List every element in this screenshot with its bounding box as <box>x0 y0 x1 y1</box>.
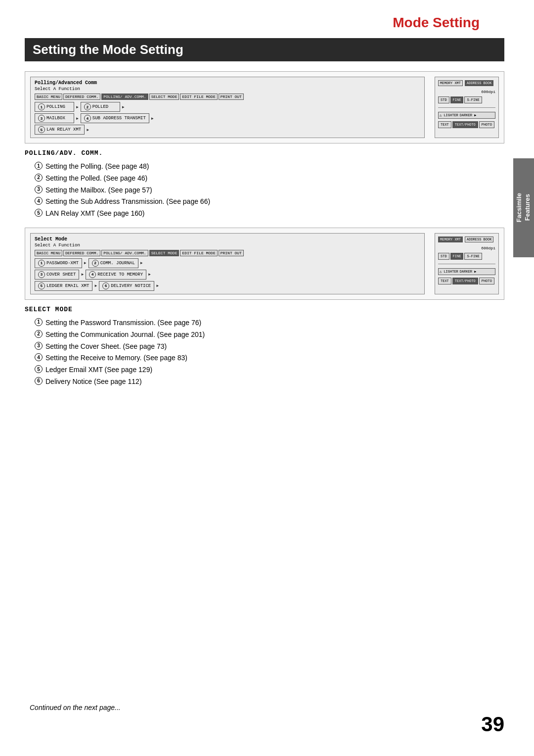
list-item-1-3: 3 Setting the Mailbox. (See page 57) <box>35 185 504 196</box>
list-text-1-3: Setting the Mailbox. (See page 57) <box>45 185 152 196</box>
res-sfine-2: S-FINE <box>464 253 482 260</box>
list-text-2-5: Ledger Email XMT (See page 129) <box>45 364 152 376</box>
diagram1-left-panel: Polling/Advanced Comm Select A Function … <box>30 77 425 138</box>
circle-1-2: 2 <box>35 174 43 182</box>
list-item-2-2: 2 Setting the Communication Journal. (Se… <box>35 329 504 341</box>
d2-tab-basic-menu: BASIC MENU <box>35 250 62 256</box>
section-heading: Setting the Mode Setting <box>25 38 504 61</box>
tab-print-out: PRINT OUT <box>219 94 244 100</box>
circle-1-3: 3 <box>35 186 43 193</box>
menu-item-delivery-notice: 6 DELIVERY NOTICE <box>99 281 154 291</box>
d2-num-5: 5 <box>38 283 45 289</box>
res-buttons-2: STD FINE S-FINE <box>438 253 495 260</box>
list-item-2-4: 4 Setting the Receive to Memory. (See pa… <box>35 352 504 364</box>
separator-2 <box>438 264 495 264</box>
menu-item-ledger-email: 5 LEDGER EMAIL XMT <box>35 281 92 291</box>
arrow-4: ► <box>151 116 154 121</box>
circle-1-4: 4 <box>35 197 43 205</box>
res-std-2: STD <box>438 253 449 260</box>
diagram2-subtitle: Select A Function <box>35 243 420 248</box>
menu-label-delivery-notice: DELIVERY NOTICE <box>111 284 151 288</box>
list-text-2-6: Delivery Notice (See page 112) <box>45 376 142 388</box>
btn-photo-2: PHOTO <box>479 278 494 284</box>
d2-arrow-1: ► <box>84 261 87 265</box>
darker-label-2: DARKER ▶ <box>460 270 477 274</box>
text-photo-row-1: TEXT TEXT/PHOTO PHOTO <box>438 121 495 128</box>
darker-label-1: DARKER ▶ <box>460 113 477 117</box>
memory-box: MEMORY XMT <box>438 80 463 86</box>
list-text-2-3: Setting the Cover Sheet. (See page 73) <box>45 341 167 353</box>
arrow-1: ► <box>76 105 79 109</box>
list-text-1-5: LAN Relay XMT (See page 160) <box>45 208 145 220</box>
d2-arrow-4: ► <box>148 272 151 277</box>
continued-text: Continued on the next page... <box>30 704 121 711</box>
diagram1-container: Polling/Advanced Comm Select A Function … <box>25 71 504 143</box>
page-number: 39 <box>481 712 504 736</box>
tab-select: SELECT MODE <box>149 94 179 100</box>
res-buttons-1: STD FINE S-FINE <box>438 96 495 103</box>
list-text-2-1: Setting the Password Transmission. (See … <box>45 317 201 329</box>
diagram2-right-panel: MEMORY XMT ADDRESS BOOK 600dpi STD FINE … <box>435 233 499 294</box>
list-text-1-1: Setting the Polling. (See page 48) <box>45 161 149 173</box>
list-item-1-5: 5 LAN Relay XMT (See page 160) <box>35 208 504 220</box>
d2-arrow-5: ► <box>94 284 97 288</box>
list-text-2-2: Setting the Communication Journal. (See … <box>45 329 205 341</box>
res-sfine-1: S-FINE <box>464 96 482 103</box>
diagram2-tabs: BASIC MENU DEFERRED COMM. POLLING/ ADV.C… <box>35 250 420 256</box>
menu-label-receive-memory: RECEIVE TO MEMORY <box>97 272 143 277</box>
menu-row-3: 5 LAN RELAY XMT ► <box>35 125 420 135</box>
separator-1 <box>438 107 495 108</box>
list-text-2-4: Setting the Receive to Memory. (See page… <box>45 352 187 364</box>
circle-2-1: 1 <box>35 318 43 326</box>
side-tab: FacsimileFeatures <box>513 158 534 257</box>
diagram2-menu: 1 PASSWORD-XMT ► 2 COMM. JOURNAL ► 3 COV… <box>35 258 420 291</box>
dpi-label-1: 600dpi <box>438 90 495 94</box>
d2-num-1: 1 <box>38 260 45 267</box>
list-item-2-5: 5 Ledger Email XMT (See page 129) <box>35 364 504 376</box>
section1-list: 1 Setting the Polling. (See page 48) 2 S… <box>25 161 504 220</box>
tab-basic-menu: BASIC MENU <box>35 94 62 100</box>
res-std-1: STD <box>438 96 449 103</box>
num-1: 1 <box>38 103 45 110</box>
btn-photo-1: PHOTO <box>479 121 494 128</box>
d2-num-4: 4 <box>89 271 96 278</box>
d2-memory-box: MEMORY XMT <box>438 236 463 242</box>
page-title: Mode Setting <box>25 15 504 31</box>
lighter-label-1: △ LIGHTER <box>440 113 458 117</box>
list-item-1-1: 1 Setting the Polling. (See page 48) <box>35 161 504 173</box>
d2-menu-row-1: 1 PASSWORD-XMT ► 2 COMM. JOURNAL ► <box>35 258 420 268</box>
num-5: 5 <box>38 126 45 133</box>
d2-tab-select: SELECT MODE <box>149 250 179 256</box>
menu-item-lan-relay: 5 LAN RELAY XMT <box>35 125 85 135</box>
text-photo-row-2: TEXT TEXT/PHOTO PHOTO <box>438 278 495 284</box>
circle-2-4: 4 <box>35 353 43 361</box>
lighter-darker-1: △ LIGHTER DARKER ▶ <box>438 112 495 119</box>
res-fine-2: FINE <box>450 253 464 260</box>
menu-item-password: 1 PASSWORD-XMT <box>35 258 82 268</box>
dpi-label-2: 600dpi <box>438 246 495 250</box>
section2-title: SELECT MODE <box>25 306 504 313</box>
arrow-2: ► <box>122 105 125 109</box>
list-item-2-3: 3 Setting the Cover Sheet. (See page 73) <box>35 341 504 353</box>
d2-tab-edit-file: EDIT FILE MODE <box>180 250 217 256</box>
tab-edit-file: EDIT FILE MODE <box>180 94 217 100</box>
menu-label-ledger-email: LEDGER EMAIL XMT <box>46 284 89 288</box>
menu-row-2: 3 MAILBOX ► 4 SUB ADDRESS TRANSMIT ► <box>35 113 420 123</box>
diagram1-subtitle: Select A Function <box>35 87 420 92</box>
d2-tab-deferred: DEFERRED COMM. <box>63 250 100 256</box>
menu-label-password: PASSWORD-XMT <box>46 261 79 266</box>
num-3: 3 <box>38 115 45 122</box>
list-text-1-4: Setting the Sub Address Transmission. (S… <box>45 196 210 208</box>
circle-1-1: 1 <box>35 162 43 170</box>
menu-label-sub-address: SUB ADDRESS TRANSMIT <box>92 116 146 121</box>
menu-row-1: 1 POLLING ► 2 POLLED ► <box>35 102 420 112</box>
diagram2-container: Select Mode Select A Function BASIC MENU… <box>25 228 504 300</box>
d2-arrow-3: ► <box>81 272 84 277</box>
menu-item-polling: 1 POLLING <box>35 102 74 112</box>
menu-label-polled: POLLED <box>92 104 108 109</box>
btn-text-2: TEXT <box>438 278 451 284</box>
d2-menu-row-3: 5 LEDGER EMAIL XMT ► 6 DELIVERY NOTICE ► <box>35 281 420 291</box>
diagram1-tabs: BASIC MENU DEFERRED COMM. POLLING/ ADV.C… <box>35 94 420 100</box>
list-text-1-2: Setting the Polled. (See page 46) <box>45 173 147 185</box>
menu-label-mailbox: MAILBOX <box>46 116 65 121</box>
